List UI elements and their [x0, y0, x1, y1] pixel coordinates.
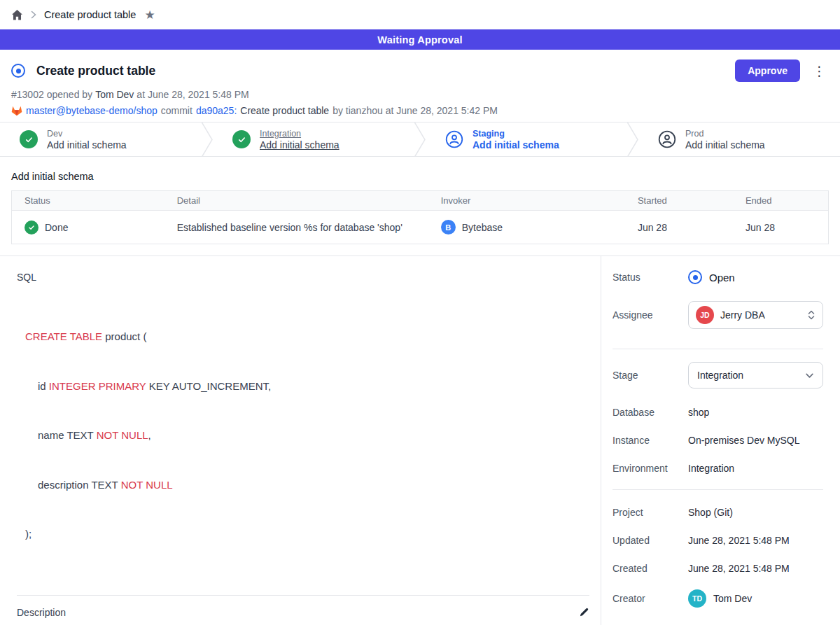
sql-token: INTEGER PRIMARY — [49, 380, 146, 392]
status-banner: Waiting Approval — [0, 29, 840, 50]
col-status: Status — [12, 191, 164, 211]
page-title: Create product table — [36, 64, 155, 78]
stage-task-label: Add initial schema — [260, 139, 340, 150]
stage-env-label: Staging — [472, 129, 559, 139]
status-value: Open — [709, 272, 735, 284]
status-banner-text: Waiting Approval — [377, 34, 462, 46]
col-detail: Detail — [164, 191, 428, 211]
sql-token: description TEXT — [38, 479, 121, 491]
creator-avatar: TD — [688, 589, 706, 608]
stage-done-icon — [232, 130, 251, 148]
approve-button[interactable]: Approve — [735, 59, 800, 82]
sql-token: CREATE TABLE — [25, 330, 102, 342]
gitlab-icon — [11, 106, 22, 116]
issue-author: Tom Dev — [95, 89, 134, 100]
issue-meta: #13002 opened by Tom Dev at June 28, 202… — [11, 89, 829, 100]
stage-pending-icon — [658, 130, 676, 148]
environment-label: Environment — [612, 463, 688, 474]
instance-value[interactable]: On-premises Dev MySQL — [688, 435, 799, 446]
divider — [612, 489, 823, 490]
status-label: Status — [612, 272, 688, 283]
home-icon[interactable] — [11, 9, 23, 21]
stage-env-label: Dev — [47, 129, 127, 139]
sql-label: SQL — [17, 272, 589, 283]
stage-env-label: Prod — [685, 129, 765, 139]
stage-task-label: Add initial schema — [685, 139, 765, 150]
col-invoker: Invoker — [428, 191, 625, 211]
star-icon[interactable]: ★ — [144, 9, 155, 21]
assignee-label: Assignee — [612, 309, 688, 321]
stage-prod[interactable]: Prod Add initial schema — [638, 122, 840, 156]
stage-pending-approval-icon — [445, 130, 463, 148]
divider — [612, 349, 823, 349]
task-detail: Established baseline version %s for data… — [164, 211, 428, 244]
task-started: Jun 28 — [625, 211, 733, 244]
sql-token: NOT NULL — [121, 479, 173, 491]
breadcrumb-current: Create product table — [44, 9, 136, 20]
updated-value: June 28, 2021 5:48 PM — [688, 535, 790, 546]
sql-token: id — [38, 380, 49, 392]
breadcrumb: Create product table ★ — [0, 0, 840, 29]
issue-open-icon — [11, 64, 25, 78]
table-row[interactable]: Done Established baseline version %s for… — [12, 211, 829, 244]
assignee-avatar: JD — [696, 306, 714, 324]
stage-separator-icon — [414, 122, 426, 156]
stage-done-icon — [20, 130, 38, 148]
col-ended: Ended — [733, 191, 829, 211]
environment-value[interactable]: Integration — [688, 463, 734, 474]
task-invoker: Bytebase — [462, 222, 503, 233]
sql-token: ); — [25, 528, 31, 540]
stage-dev[interactable]: Dev Add initial schema — [0, 122, 202, 156]
divider — [17, 595, 589, 596]
updated-label: Updated — [612, 535, 688, 546]
issue-id: #13002 — [11, 89, 44, 100]
kebab-menu-icon[interactable]: ⋮ — [810, 64, 829, 78]
edit-pencil-icon[interactable] — [579, 607, 589, 617]
created-label: Created — [612, 563, 688, 574]
stage-select[interactable]: Integration — [688, 362, 823, 388]
instance-label: Instance — [612, 435, 688, 446]
task-heading: Add initial schema — [11, 171, 829, 182]
opened-by-text: opened by — [47, 89, 92, 100]
sql-code-block: CREATE TABLE product ( id INTEGER PRIMAR… — [25, 295, 589, 575]
database-label: Database — [612, 407, 688, 418]
project-label: Project — [612, 507, 688, 518]
creator-value: Tom Dev — [713, 593, 752, 604]
status-open-icon — [688, 270, 702, 284]
commit-line: master@bytebase-demo/shop commit da90a25… — [11, 105, 829, 116]
database-value[interactable]: shop — [688, 407, 709, 418]
assignee-value: Jerry DBA — [720, 309, 801, 321]
commit-hash-link[interactable]: da90a25: — [196, 105, 237, 116]
sql-token: name TEXT — [38, 429, 97, 441]
stage-label: Stage — [612, 370, 688, 381]
sql-token: product ( — [102, 330, 146, 342]
description-label: Description — [17, 607, 66, 618]
project-value[interactable]: Shop (Git) — [688, 507, 733, 518]
assignee-select[interactable]: JD Jerry DBA — [688, 301, 823, 329]
stage-separator-icon — [627, 122, 638, 156]
breadcrumb-chevron-icon — [30, 10, 37, 20]
task-ended: Jun 28 — [733, 211, 829, 244]
lower-split: SQL CREATE TABLE product ( id INTEGER PR… — [0, 255, 840, 625]
done-check-icon — [24, 220, 38, 234]
task-section: Add initial schema Status Detail Invoker… — [0, 157, 840, 255]
sql-token: , — [148, 429, 151, 441]
created-value: June 28, 2021 5:48 PM — [688, 563, 790, 574]
issue-header: Create product table Approve ⋮ #13002 op… — [0, 50, 840, 122]
sql-token: KEY AUTO_INCREMENT, — [146, 380, 271, 392]
commit-message: Create product table — [240, 105, 329, 116]
branch-repo-link[interactable]: master@bytebase-demo/shop — [26, 105, 158, 116]
sql-token: NOT NULL — [97, 429, 148, 441]
sidebar: Status Open Assignee JD Jerry DBA Stage … — [601, 256, 840, 625]
stage-env-label: Integration — [260, 129, 340, 139]
stage-value: Integration — [697, 370, 799, 381]
main-panel: SQL CREATE TABLE product ( id INTEGER PR… — [0, 256, 601, 625]
stage-task-label: Add initial schema — [47, 139, 127, 150]
task-status: Done — [45, 222, 68, 233]
pipeline-bar: Dev Add initial schema Integration Add i… — [0, 122, 840, 157]
stage-staging[interactable]: Staging Add initial schema — [426, 122, 627, 156]
updown-chevron-icon — [807, 309, 816, 321]
stage-integration[interactable]: Integration Add initial schema — [213, 122, 414, 156]
task-table: Status Detail Invoker Started Ended Done… — [11, 190, 829, 244]
bytebase-avatar: B — [441, 220, 456, 234]
